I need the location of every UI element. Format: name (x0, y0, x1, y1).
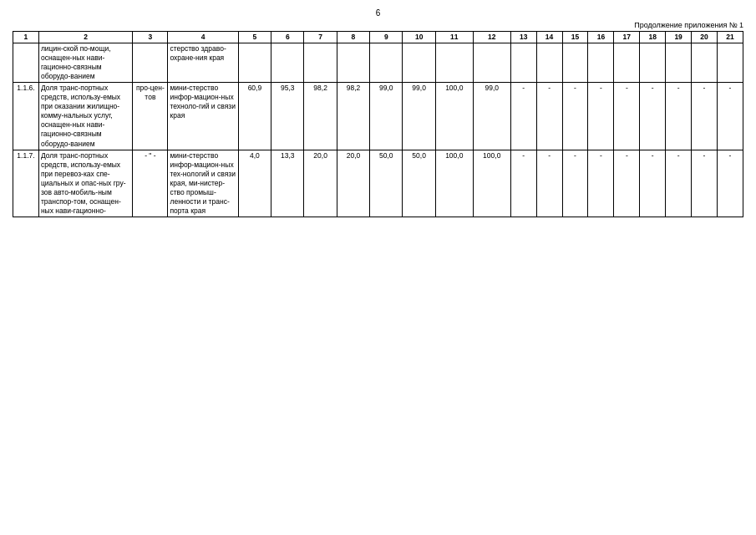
cell-row2-col16: - (588, 150, 614, 217)
table-row: 1.1.6. Доля транс-портных средств, испол… (13, 83, 743, 150)
th-8: 8 (337, 32, 369, 43)
page: 6 Продолжение приложения № 1 (0, 0, 756, 535)
cell-row2-col12: 100,0 (473, 150, 510, 217)
th-9: 9 (370, 32, 403, 43)
cell-row2-col8: 20,0 (337, 150, 369, 217)
cell-row1-col5: 60,9 (238, 83, 271, 150)
continuation-label: Продолжение приложения № 1 (13, 21, 743, 29)
cell-row1-col1: 1.1.6. (13, 83, 39, 150)
th-20: 20 (692, 32, 718, 43)
cell-row2-col4: мини-стерство инфор-мацион-ных тех-нолог… (168, 150, 238, 217)
th-12: 12 (473, 32, 510, 43)
cell-row2-col9: 50,0 (370, 150, 403, 217)
cell-row0-col9 (370, 43, 403, 83)
cell-row2-col6: 13,3 (271, 150, 304, 217)
cell-row0-col4: стерство здраво-охране-ния края (168, 43, 238, 83)
cell-row0-col21 (717, 43, 743, 83)
th-6: 6 (271, 32, 304, 43)
th-19: 19 (666, 32, 692, 43)
cell-row1-col21: - (717, 83, 743, 150)
th-17: 17 (614, 32, 640, 43)
cell-row0-col18 (640, 43, 666, 83)
cell-row2-col2: Доля транс-портных средств, использу-емы… (38, 150, 132, 217)
cell-row0-col17 (614, 43, 640, 83)
cell-row0-col1 (13, 43, 39, 83)
cell-row1-col12: 99,0 (473, 83, 510, 150)
th-18: 18 (640, 32, 666, 43)
cell-row0-col3 (133, 43, 168, 83)
cell-row1-col8: 98,2 (337, 83, 369, 150)
th-7: 7 (304, 32, 337, 43)
cell-row2-col17: - (614, 150, 640, 217)
cell-row2-col19: - (666, 150, 692, 217)
cell-row0-col16 (588, 43, 614, 83)
cell-row0-col2: лицин-ской по-мощи, оснащен-ных нави-гац… (38, 43, 132, 83)
th-13: 13 (510, 32, 536, 43)
cell-row0-col6 (271, 43, 304, 83)
table-row: лицин-ской по-мощи, оснащен-ных нави-гац… (13, 43, 743, 83)
th-3: 3 (133, 32, 168, 43)
cell-row0-col19 (666, 43, 692, 83)
th-5: 5 (238, 32, 271, 43)
cell-row0-col7 (304, 43, 337, 83)
cell-row2-col3: - " - (133, 150, 168, 217)
cell-row2-col1: 1.1.7. (13, 150, 39, 217)
cell-row1-col3: про-цен-тов (133, 83, 168, 150)
header-row: 1 2 3 4 5 6 7 8 9 10 11 12 13 14 15 16 1… (13, 32, 743, 43)
th-11: 11 (435, 32, 473, 43)
cell-row0-col13 (510, 43, 536, 83)
cell-row1-col18: - (640, 83, 666, 150)
cell-row1-col2: Доля транс-портных средств, использу-емы… (38, 83, 132, 150)
cell-row2-col7: 20,0 (304, 150, 337, 217)
cell-row1-col4: мини-стерство инфор-мацион-ных техноло-г… (168, 83, 238, 150)
th-16: 16 (588, 32, 614, 43)
cell-row1-col17: - (614, 83, 640, 150)
cell-row0-col5 (238, 43, 271, 83)
th-1: 1 (13, 32, 39, 43)
cell-row1-col9: 99,0 (370, 83, 403, 150)
cell-row2-col5: 4,0 (238, 150, 271, 217)
cell-row2-col14: - (536, 150, 562, 217)
cell-row1-col16: - (588, 83, 614, 150)
cell-row1-col15: - (562, 83, 588, 150)
th-21: 21 (717, 32, 743, 43)
main-table: 1 2 3 4 5 6 7 8 9 10 11 12 13 14 15 16 1… (13, 31, 743, 217)
cell-row1-col14: - (536, 83, 562, 150)
cell-row0-col14 (536, 43, 562, 83)
cell-row0-col11 (435, 43, 473, 83)
cell-row0-col15 (562, 43, 588, 83)
cell-row2-col15: - (562, 150, 588, 217)
cell-row1-col11: 100,0 (435, 83, 473, 150)
cell-row0-col10 (403, 43, 435, 83)
cell-row2-col13: - (510, 150, 536, 217)
th-4: 4 (168, 32, 238, 43)
page-number: 6 (13, 8, 743, 18)
cell-row1-col10: 99,0 (403, 83, 435, 150)
cell-row0-col20 (692, 43, 718, 83)
cell-row0-col8 (337, 43, 369, 83)
cell-row1-col7: 98,2 (304, 83, 337, 150)
cell-row1-col20: - (692, 83, 718, 150)
cell-row2-col21: - (717, 150, 743, 217)
cell-row1-col19: - (666, 83, 692, 150)
cell-row2-col20: - (692, 150, 718, 217)
cell-row0-col12 (473, 43, 510, 83)
th-2: 2 (38, 32, 132, 43)
cell-row2-col10: 50,0 (403, 150, 435, 217)
th-15: 15 (562, 32, 588, 43)
th-10: 10 (403, 32, 435, 43)
th-14: 14 (536, 32, 562, 43)
table-row: 1.1.7. Доля транс-портных средств, испол… (13, 150, 743, 217)
cell-row1-col6: 95,3 (271, 83, 304, 150)
cell-row2-col11: 100,0 (435, 150, 473, 217)
cell-row1-col13: - (510, 83, 536, 150)
cell-row2-col18: - (640, 150, 666, 217)
